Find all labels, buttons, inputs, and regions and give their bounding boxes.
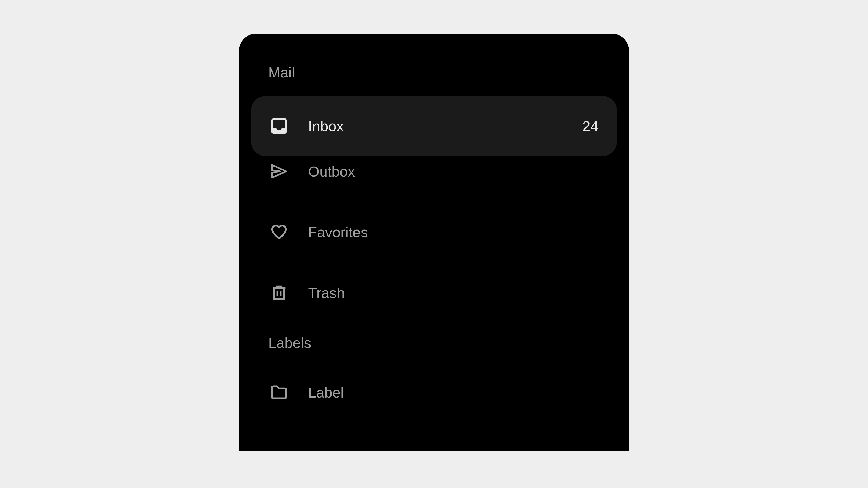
section-header-mail: Mail [251,64,617,96]
nav-item-count: 24 [582,118,598,134]
stage: Mail Inbox 24 Outbox [0,0,868,488]
nav-item-label-folder[interactable]: Label [251,377,617,408]
nav-item-label: Trash [308,285,598,301]
nav-item-label: Inbox [308,118,582,134]
nav-item-favorites[interactable]: Favorites [251,217,617,247]
nav-item-label: Label [308,384,598,401]
nav-item-outbox[interactable]: Outbox [251,156,617,187]
section-header-labels: Labels [251,308,617,377]
navigation-drawer: Mail Inbox 24 Outbox [239,34,629,451]
nav-item-trash[interactable]: Trash [251,278,617,308]
nav-item-label: Favorites [308,224,598,240]
trash-icon [270,283,289,302]
send-icon [270,162,289,181]
inbox-icon [270,117,289,135]
heart-icon [270,223,289,241]
nav-item-label: Outbox [308,163,598,180]
svg-rect-1 [274,288,284,299]
nav-item-inbox[interactable]: Inbox 24 [251,96,617,156]
folder-icon [270,383,289,402]
